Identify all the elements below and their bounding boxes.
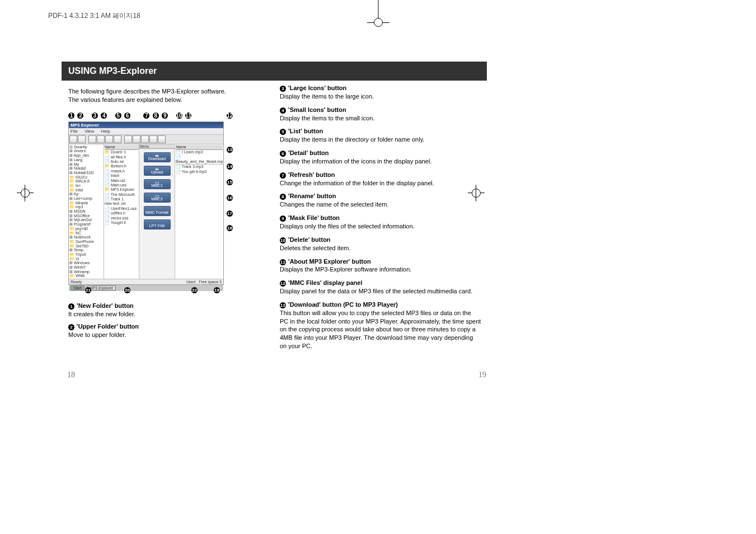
mask-file-button[interactable] [141,135,149,143]
folder-tree[interactable]: ⊟ Smartly ⊞ drivers ⊞ App_dev ⊞ Lang ⊞ M… [69,144,104,279]
list-item[interactable]: 📁 Bottom.h [105,164,138,168]
list-item[interactable]: new text..txt [105,202,138,206]
tree-item[interactable]: ⊞ Notebook [69,235,103,240]
tree-item[interactable]: ⊞ Windows [69,261,103,265]
def-num: 10 [280,237,286,243]
tree-item[interactable]: ⊞ Lee+comp [69,196,103,201]
list-item[interactable]: 📁 MP3 Explorer [105,188,138,192]
lrc-14: 14 [227,163,233,170]
tree-item[interactable]: ⊟ Smartly [69,145,103,149]
about-button[interactable] [158,135,166,143]
definition-item: 8 'Rename' buttonChanges the name of the… [280,192,481,209]
callout-1: 1 [68,113,74,119]
tree-item[interactable]: ⊞ ProgramF [69,222,103,227]
mmc1-button[interactable]: ▭MMC1 [144,179,171,189]
list-item[interactable]: 📄 rmask.h [105,169,138,174]
callout-22: 22 [191,287,198,293]
tree-item[interactable]: 📁 Tripoli [69,252,103,257]
menu-view[interactable]: View [84,129,94,134]
menu-bar[interactable]: File View Help [69,128,223,135]
lpt-fw-button[interactable]: LPT F/W [144,219,171,229]
tree-item[interactable]: 📁 prg+80 [69,227,103,231]
tree-item[interactable]: 📁 VI [69,257,103,261]
refresh-button[interactable] [124,135,132,143]
window-title: MP3 Explorer [69,122,223,128]
tree-item[interactable]: 📁 Ie+ [69,184,103,188]
rename-button[interactable] [133,135,140,143]
list-button[interactable] [105,135,113,143]
list-item[interactable]: 📄 Track 1 [105,197,138,202]
tree-item[interactable]: ⊞ App_dev [69,153,103,158]
tree-item[interactable]: ⊞ Nokia6310i [69,171,103,175]
mmc-item[interactable]: 📄 I Learn.mp3 [176,150,223,154]
def-desc: Display the items in the directory or fo… [280,136,424,143]
card-icon: ▭ [155,194,159,199]
list-item[interactable]: 📄 UserFiles1.uss [105,207,138,211]
new-folder-button[interactable] [69,135,77,143]
mmc2-button[interactable]: ▭MMC2 [144,193,171,203]
delete-button[interactable] [149,135,157,143]
tree-item[interactable]: 📁 mp3 [69,205,103,209]
definition-item: 3 'Large Icons' buttonDisplay the items … [280,84,481,101]
def-desc: Displays the MP3-Explorer software infor… [280,266,411,273]
tree-item[interactable]: 📁 Std78D [69,244,103,249]
small-icons-button[interactable] [97,135,105,143]
tree-item[interactable]: ⊞ MSOffice [69,214,103,218]
tree-item[interactable]: ⊞ drivers [69,149,103,153]
callout-7: 7 [143,113,149,119]
tree-item[interactable]: ⊞ My [69,162,103,167]
list-item[interactable]: 📄 Youget it [105,221,138,225]
upper-folder-button[interactable] [78,135,86,143]
file-list-panel[interactable]: Name 📁 Downl~1📄 all files.h📄 Auto se📁 Bo… [104,144,139,279]
large-icons-button[interactable] [88,135,96,143]
definition-item: 9 'Mask File' buttonDisplays only the fi… [280,214,481,231]
tree-item[interactable]: ⊞ Temp [69,248,103,252]
mmc-files-panel[interactable]: Name 📄 I Learn.mp3📄 Beauty_and_the_Beast… [175,144,223,279]
tree-item[interactable]: ⊞ Lang [69,158,103,162]
start-button[interactable]: Start [71,285,84,291]
list-item[interactable]: 📄 trash [105,174,138,178]
menu-help[interactable]: Help [101,129,110,134]
definition-item: 6 'Detail' buttonDisplay the information… [280,149,481,166]
download-button[interactable]: ➡Download [144,152,171,162]
list-item[interactable]: 📄 all files.h [105,155,138,160]
tree-item[interactable]: ⊞ Nokia2 [69,166,103,171]
detail-button[interactable] [114,135,121,143]
list-item[interactable]: 📄 Main.uiz [105,179,138,183]
tree-item[interactable]: ⊞ MSDN [69,209,103,214]
tree-item[interactable]: 📁 SunPhone [69,240,103,244]
tree-item[interactable]: 📁 MALA.8 [69,179,103,184]
menu-file[interactable]: File [71,129,78,134]
arrow-right-icon: ➡ [155,153,159,158]
lrc-18: 18 [227,225,233,231]
tree-item[interactable]: ⊞ MyLanGui [69,218,103,222]
mmc-item[interactable]: 📄 You get it.mp3 [176,170,223,174]
file-list[interactable]: 📁 Downl~1📄 all files.h📄 Auto se📁 Bottom.… [105,150,138,225]
intro-line-2: The various features are explained below… [68,96,182,103]
def-num: 13 [280,302,286,308]
mmc-item[interactable]: 📄 Track 3.mp3 [176,165,223,169]
list-item[interactable]: 📁 Downl~1 [105,150,138,154]
tree-item[interactable]: ⊞ WinNT [69,265,103,270]
mmc-format-button[interactable]: MMC Format [144,206,171,216]
tree-item[interactable]: 📁 RC [69,231,103,236]
definition-item: 4 'Small Icons' buttonDisplay the items … [280,106,481,123]
mmc-file-list[interactable]: 📄 I Learn.mp3📄 Beauty_and_the_Beast.mp3📄… [176,150,223,174]
tree-item[interactable]: ⊞ [D:] [69,278,103,279]
callout-8: 8 [153,113,159,119]
callout-19: 19 [214,287,220,293]
mmc-item[interactable]: 📄 Beauty_and_the_Beast.mp3 [176,155,223,165]
taskbar: Start MP3 Explorer [69,284,223,291]
tree-item[interactable]: 📁 WNB [69,274,103,278]
tree-item[interactable]: ⊞ Kp [69,192,103,196]
def-title: 'MMC Files' display panel [288,279,362,286]
list-item[interactable]: 📄 The Microsoft. [105,193,138,197]
list-item[interactable]: 📄 vector.uss [105,216,138,221]
upload-button[interactable]: ⬅Upload [144,166,171,176]
def-title: 'List' button [288,128,323,134]
tree-item[interactable]: 📁 Intel [69,188,103,193]
right-column-definitions: 3 'Large Icons' buttonDisplay the items … [280,84,481,355]
arrow-left-icon: ⬅ [155,167,159,172]
def-num: 2 [68,324,74,330]
list-item[interactable]: 📄 udflles.h [105,211,138,216]
